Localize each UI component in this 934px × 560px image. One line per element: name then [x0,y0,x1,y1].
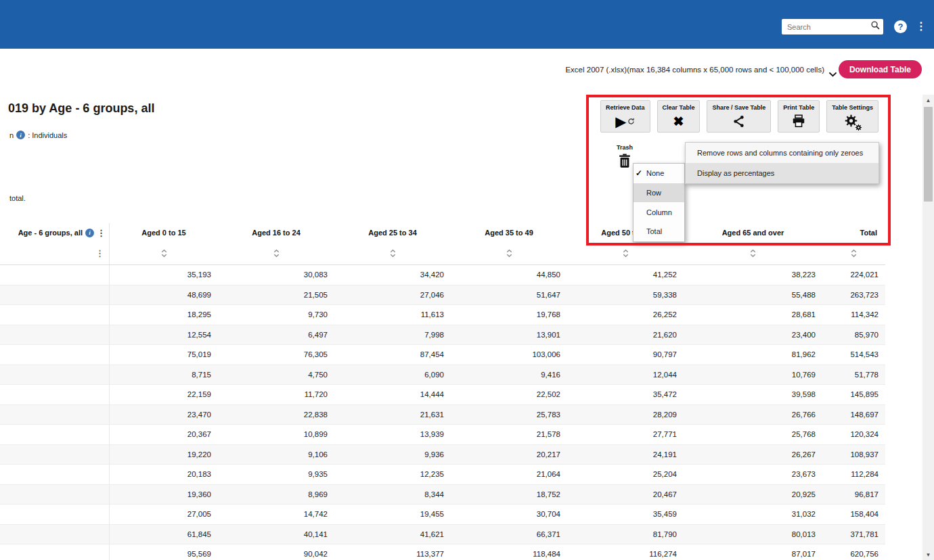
row-label-cell [0,445,110,465]
table-cell: 371,781 [822,525,885,544]
table-cell: 80,013 [684,525,822,544]
table-cell: 224,021 [822,265,885,285]
info-icon[interactable]: i [16,131,25,139]
share-save-table-button[interactable]: Share / Save Table [707,100,771,133]
trash-menu: ✓ None Row Column Total [633,163,685,242]
table-settings-button[interactable]: Table Settings [826,100,879,133]
clear-table-button[interactable]: Clear Table ✖ [657,100,700,133]
table-cell: 8,969 [218,485,334,505]
sort-toggle[interactable] [567,242,684,264]
column-menu-icon[interactable]: ⋮ [95,248,104,258]
page-subtitle: n i : Individuals [9,131,67,139]
column-header[interactable]: Aged 16 to 24 [218,223,334,242]
table-cell: 27,005 [110,505,218,524]
row-label-cell [0,365,110,385]
table-cell: 9,106 [218,445,334,465]
sort-toggle[interactable] [451,242,567,264]
tool-label: Share / Save Table [712,104,765,111]
table-cell: 95,569 [110,544,218,560]
scroll-up-icon[interactable]: ▲ [922,95,934,106]
table-cell: 31,032 [684,505,822,524]
table-cell: 13,939 [334,425,451,444]
print-table-button[interactable]: Print Table [778,100,820,133]
sort-toggle[interactable] [822,242,885,264]
settings-menu-item-display-percentages[interactable]: Display as percentages [686,163,879,183]
table-cell: 120,324 [822,425,885,444]
table-cell: 25,204 [567,465,684,484]
table-cell: 8,715 [110,365,218,385]
info-icon[interactable]: i [85,229,94,237]
table-cell: 41,252 [567,265,684,285]
printer-icon [791,114,806,129]
table-cell: 48,699 [110,285,218,305]
table-cell: 113,377 [334,544,451,560]
sort-toggle[interactable] [684,242,822,264]
column-header[interactable]: Aged 35 to 49 [451,223,567,242]
table-cell: 11,720 [218,385,334,404]
table-cell: 20,925 [684,485,822,505]
table-cell: 75,019 [110,345,218,365]
table-cell: 14,444 [334,385,451,404]
trash-menu-item-total[interactable]: Total [633,222,684,241]
table-cell: 12,044 [567,365,684,385]
table-cell: 103,006 [451,345,567,365]
column-header[interactable]: Total [822,223,885,242]
download-table-button[interactable]: Download Table [839,60,922,78]
trash-menu-item-row[interactable]: Row [633,183,684,203]
settings-menu-item-remove-zeroes[interactable]: Remove rows and columns containing only … [686,143,879,163]
table-cell: 85,970 [822,325,885,345]
scroll-down-icon[interactable]: ▼ [922,549,934,560]
table-cell: 87,017 [684,544,822,560]
row-label-cell [0,385,110,404]
trash-menu-item-column[interactable]: Column [633,202,684,222]
table-cell: 12,554 [110,325,218,345]
column-menu-icon[interactable]: ⋮ [97,228,106,238]
tool-label: Clear Table [663,104,695,111]
column-header[interactable]: Aged 25 to 34 [334,223,451,242]
tool-label: Table Settings [832,104,873,111]
column-header[interactable]: Aged 65 and over [684,223,822,242]
table-cell: 24,191 [567,445,684,465]
table-cell: 90,797 [567,345,684,365]
table-row: 18,2959,73011,61319,76826,25228,681114,3… [0,305,885,325]
table-toolbar: Retrieve Data ▶ Clear Table ✖ Share / Sa… [600,100,879,133]
export-format-selector[interactable]: Excel 2007 (.xlsx)(max 16,384 columns x … [565,66,824,74]
help-icon[interactable]: ? [894,20,907,33]
sort-toggle[interactable] [334,242,451,264]
table-body: 35,19330,08334,42044,85041,25238,223224,… [0,265,885,560]
table-cell: 4,750 [218,365,334,385]
row-label-cell [0,485,110,505]
table-cell: 23,400 [684,325,822,345]
table-cell: 26,766 [684,405,822,425]
menu-item-label: Total [646,227,662,235]
table-cell: 12,235 [334,465,451,484]
overflow-menu-icon[interactable]: ⋮ [916,20,927,32]
chevron-down-icon[interactable] [828,68,837,80]
retrieve-data-button[interactable]: Retrieve Data ▶ [600,100,650,133]
sort-toggle[interactable] [110,242,218,264]
row-dimension-label: Age - 6 groups, all [18,229,83,237]
table-cell: 30,704 [451,505,567,524]
search-icon[interactable] [870,20,881,33]
table-row: 19,2209,1069,93620,21724,19126,267108,93… [0,445,885,465]
search-input[interactable] [782,23,870,31]
data-table: Age - 6 groups, all i ⋮ Aged 0 to 15Aged… [0,223,885,560]
trash-menu-item-none[interactable]: ✓ None [633,164,684,183]
table-cell: 18,295 [110,305,218,325]
scrollbar-thumb[interactable] [924,107,933,202]
table-cell: 145,895 [822,385,885,404]
table-cell: 96,817 [822,485,885,505]
table-cell: 19,455 [334,505,451,524]
table-cell: 14,742 [218,505,334,524]
row-label-cell [0,405,110,425]
table-cell: 9,935 [218,465,334,484]
row-dimension-sort-cell[interactable]: ⋮ [0,242,110,264]
sort-toggle[interactable] [218,242,334,264]
table-cell: 21,631 [334,405,451,425]
vertical-scrollbar[interactable]: ▲ ▼ [922,95,934,560]
table-cell: 158,404 [822,505,885,524]
table-cell: 20,367 [110,425,218,444]
column-header[interactable]: Aged 0 to 15 [110,223,218,242]
table-cell: 21,620 [567,325,684,345]
row-dimension-header[interactable]: Age - 6 groups, all i ⋮ [0,223,110,242]
